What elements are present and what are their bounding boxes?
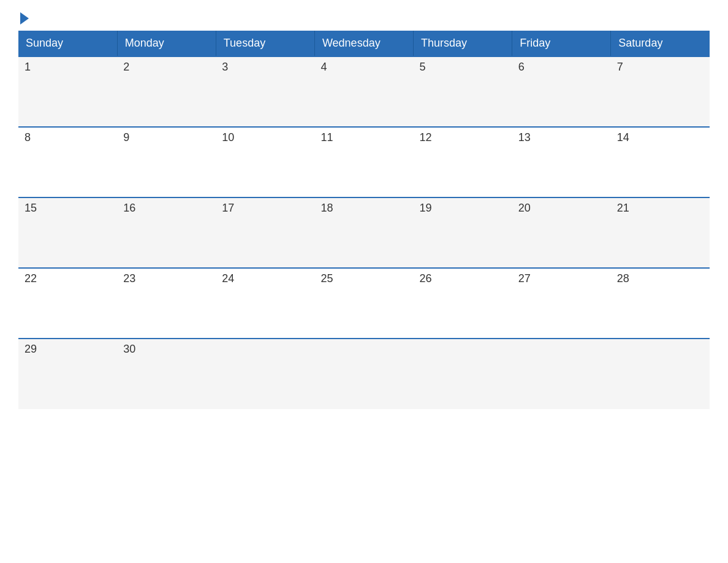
day-number: 4: [320, 61, 327, 73]
calendar-cell: [314, 339, 413, 409]
day-number: 17: [222, 202, 234, 214]
calendar-cell: 19: [414, 197, 512, 268]
calendar-cell: 4: [314, 56, 413, 127]
logo-triangle-icon: [20, 12, 29, 25]
page-header: [18, 12, 710, 25]
calendar-header: SundayMondayTuesdayWednesdayThursdayFrid…: [18, 31, 710, 56]
day-number: 19: [420, 202, 432, 214]
calendar-cell: 28: [611, 268, 710, 339]
day-header-thursday: Thursday: [414, 31, 512, 56]
day-number: 2: [123, 61, 129, 73]
day-number: 26: [420, 272, 432, 285]
calendar-week-row: 15161718192021: [18, 197, 710, 268]
calendar-cell: 14: [611, 127, 710, 197]
calendar-cell: 21: [611, 197, 710, 268]
day-number: 10: [222, 131, 234, 144]
day-number: 21: [617, 202, 629, 214]
day-header-monday: Monday: [117, 31, 216, 56]
day-header-saturday: Saturday: [611, 31, 710, 56]
calendar-cell: 13: [512, 127, 611, 197]
day-number: 23: [123, 272, 135, 285]
calendar-cell: 27: [512, 268, 611, 339]
day-number: 12: [420, 131, 432, 144]
day-number: 28: [617, 272, 629, 285]
day-number: 3: [222, 61, 228, 73]
calendar-cell: 25: [314, 268, 413, 339]
day-header-friday: Friday: [512, 31, 611, 56]
day-number: 5: [420, 61, 426, 73]
calendar-cell: 20: [512, 197, 611, 268]
day-number: 29: [25, 343, 37, 355]
calendar-cell: [414, 339, 512, 409]
calendar-cell: 18: [314, 197, 413, 268]
calendar-cell: 9: [117, 127, 216, 197]
calendar-cell: 7: [611, 56, 710, 127]
calendar-cell: 24: [216, 268, 314, 339]
calendar-cell: 26: [414, 268, 512, 339]
day-number: 1: [25, 61, 31, 73]
calendar-week-row: 22232425262728: [18, 268, 710, 339]
day-number: 30: [123, 343, 135, 355]
calendar-cell: 5: [414, 56, 512, 127]
day-number: 14: [617, 131, 629, 144]
day-number: 11: [320, 131, 333, 144]
day-number: 25: [320, 272, 333, 285]
calendar-cell: [611, 339, 710, 409]
calendar-cell: 12: [414, 127, 512, 197]
day-number: 16: [123, 202, 135, 214]
calendar-cell: 11: [314, 127, 413, 197]
calendar-table: SundayMondayTuesdayWednesdayThursdayFrid…: [18, 31, 710, 409]
day-number: 15: [25, 202, 37, 214]
day-number: 27: [518, 272, 531, 285]
calendar-cell: 3: [216, 56, 314, 127]
day-header-wednesday: Wednesday: [314, 31, 413, 56]
calendar-cell: 15: [18, 197, 117, 268]
day-header-row: SundayMondayTuesdayWednesdayThursdayFrid…: [18, 31, 710, 56]
logo: [18, 12, 29, 25]
calendar-cell: [512, 339, 611, 409]
day-header-tuesday: Tuesday: [216, 31, 314, 56]
calendar-cell: 29: [18, 339, 117, 409]
calendar-week-row: 891011121314: [18, 127, 710, 197]
calendar-cell: 2: [117, 56, 216, 127]
calendar-cell: 6: [512, 56, 611, 127]
day-number: 22: [25, 272, 37, 285]
day-number: 9: [123, 131, 129, 144]
calendar-week-row: 1234567: [18, 56, 710, 127]
calendar-cell: 10: [216, 127, 314, 197]
day-number: 6: [518, 61, 525, 73]
calendar-cell: 8: [18, 127, 117, 197]
day-number: 18: [320, 202, 333, 214]
day-header-sunday: Sunday: [18, 31, 117, 56]
day-number: 24: [222, 272, 234, 285]
calendar-cell: 1: [18, 56, 117, 127]
day-number: 8: [25, 131, 31, 144]
calendar-cell: 23: [117, 268, 216, 339]
calendar-cell: 17: [216, 197, 314, 268]
calendar-week-row: 2930: [18, 339, 710, 409]
day-number: 7: [617, 61, 623, 73]
day-number: 20: [518, 202, 531, 214]
day-number: 13: [518, 131, 531, 144]
calendar-cell: 16: [117, 197, 216, 268]
calendar-cell: [216, 339, 314, 409]
calendar-cell: 22: [18, 268, 117, 339]
calendar-cell: 30: [117, 339, 216, 409]
calendar-body: 1234567891011121314151617181920212223242…: [18, 56, 710, 409]
logo-general-row: [18, 12, 29, 25]
